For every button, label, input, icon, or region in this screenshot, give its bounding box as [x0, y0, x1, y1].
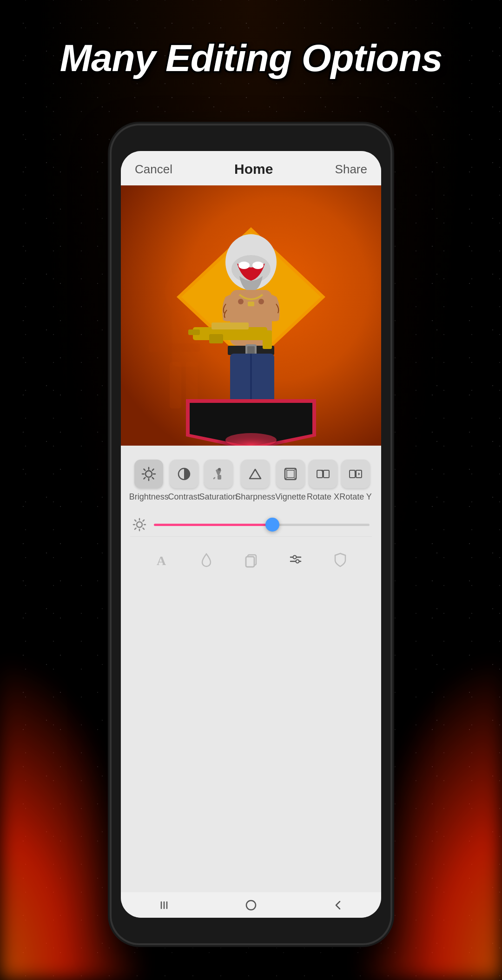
saturation-label: Saturation	[199, 492, 238, 502]
edit-panel: Brightness Contrast	[121, 446, 381, 918]
svg-rect-5	[149, 343, 200, 352]
phone-nav	[121, 892, 381, 918]
nav-home[interactable]	[239, 898, 263, 912]
phone-screen: Cancel Home Share	[121, 151, 381, 918]
svg-rect-47	[287, 470, 294, 478]
nav-back[interactable]	[152, 898, 176, 912]
bottom-tool-copy[interactable]	[237, 546, 265, 574]
tool-contrast[interactable]: Contrast	[168, 460, 200, 502]
bottom-tool-shield[interactable]	[326, 546, 354, 574]
brightness-label: Brightness	[129, 492, 169, 502]
svg-point-56	[137, 522, 142, 527]
tool-rotate-x[interactable]: Rotate X	[307, 460, 339, 502]
page-title: Many Editing Options	[0, 37, 502, 79]
svg-line-37	[144, 469, 145, 471]
svg-point-72	[296, 560, 299, 563]
svg-line-38	[152, 478, 154, 479]
vignette-icon-box	[276, 460, 305, 488]
svg-point-10	[238, 262, 250, 269]
tool-brightness[interactable]: Brightness	[130, 460, 168, 502]
svg-rect-27	[209, 334, 223, 343]
svg-line-61	[135, 520, 136, 521]
svg-rect-53	[324, 470, 329, 478]
nav-recent[interactable]	[326, 898, 350, 912]
bottom-tools-row: A	[130, 536, 372, 579]
contrast-label: Contrast	[168, 492, 200, 502]
share-button[interactable]: Share	[335, 162, 367, 177]
tool-sharpness[interactable]: Sharpness	[236, 460, 274, 502]
tool-vignette[interactable]: Vignette	[274, 460, 307, 502]
svg-rect-42	[218, 475, 221, 480]
rotate-x-icon-box	[309, 460, 337, 488]
top-bar: Cancel Home Share	[121, 151, 381, 185]
svg-line-64	[135, 528, 136, 530]
bottom-tool-text[interactable]: A	[148, 546, 176, 574]
contrast-icon-box	[170, 460, 198, 488]
rotate-y-label: Rotate Y	[339, 492, 372, 502]
tool-saturation[interactable]: Saturation	[200, 460, 237, 502]
svg-rect-54	[350, 470, 355, 478]
screen-title: Home	[234, 161, 273, 177]
cancel-button[interactable]: Cancel	[135, 162, 172, 177]
screen-content: Cancel Home Share	[121, 151, 381, 918]
rotate-y-icon-box	[341, 460, 370, 488]
bottom-tool-color[interactable]	[192, 546, 220, 574]
svg-point-76	[246, 901, 256, 910]
rotate-x-label: Rotate X	[307, 492, 339, 502]
saturation-icon-box	[204, 460, 233, 488]
tool-rotate-y[interactable]: Rotate Y	[339, 460, 372, 502]
svg-rect-15	[248, 302, 254, 306]
svg-line-44	[214, 478, 215, 479]
svg-marker-45	[250, 469, 261, 479]
svg-point-71	[293, 556, 297, 559]
svg-rect-24	[211, 322, 249, 329]
svg-rect-52	[317, 470, 323, 478]
sharpness-icon-box	[241, 460, 270, 488]
svg-rect-67	[246, 557, 254, 567]
svg-line-62	[143, 528, 145, 530]
svg-rect-3	[170, 362, 181, 408]
svg-point-13	[238, 299, 244, 304]
sharpness-label: Sharpness	[235, 492, 275, 502]
svg-rect-25	[188, 329, 200, 335]
brightness-slider[interactable]	[154, 524, 370, 526]
tools-row: Brightness Contrast	[130, 460, 372, 502]
phone-frame: Cancel Home Share	[112, 125, 390, 943]
svg-point-32	[145, 471, 152, 477]
slider-sun-icon	[132, 518, 146, 532]
svg-point-11	[252, 262, 264, 269]
slider-thumb[interactable]	[265, 518, 279, 532]
image-area	[121, 185, 381, 446]
brightness-icon-box	[134, 460, 163, 488]
svg-line-40	[144, 478, 145, 479]
svg-rect-18	[247, 346, 255, 355]
svg-line-63	[143, 520, 145, 521]
bottom-tool-adjust[interactable]	[282, 546, 310, 574]
svg-point-43	[218, 468, 221, 471]
svg-line-39	[152, 469, 154, 471]
vignette-label: Vignette	[275, 492, 306, 502]
brightness-slider-row	[130, 513, 372, 536]
svg-rect-26	[263, 330, 272, 349]
svg-point-14	[258, 299, 264, 304]
svg-text:A: A	[157, 553, 166, 568]
